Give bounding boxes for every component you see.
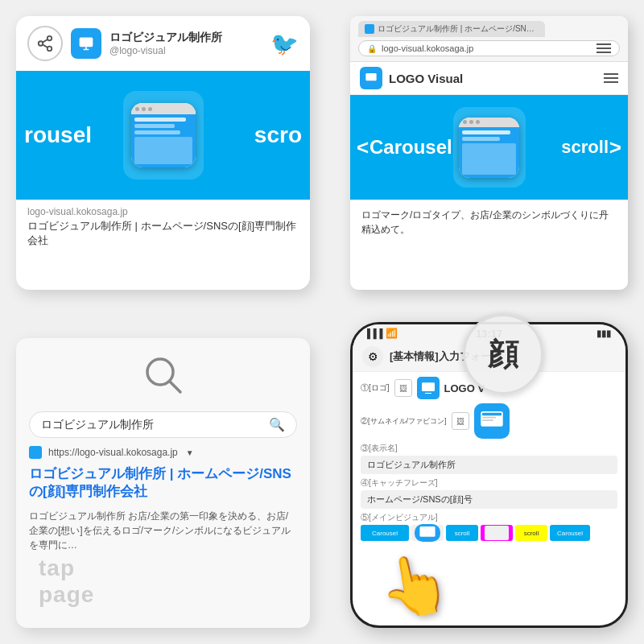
nav-hamburger[interactable]: [604, 73, 618, 83]
mini-banner-3: scroll: [446, 525, 478, 541]
svg-point-0: [47, 36, 52, 41]
result-favicon: [29, 446, 42, 459]
account-name: ロゴビジュアル制作所: [109, 31, 262, 45]
banner-area: rousel scro: [16, 71, 310, 200]
carousel-right-arrow[interactable]: >: [609, 135, 621, 160]
carousel-browser-icon: [459, 118, 519, 178]
form-row-catchphrase: ④[キャッチフレーズ] ホームページ/SNSの[顔]号: [361, 477, 617, 509]
hand-cursor-icon: 👆: [373, 546, 456, 625]
logo-icon-small: [71, 28, 101, 59]
favicon-icon-large: [474, 403, 510, 439]
field1-label: ①[ロゴ]: [361, 382, 390, 394]
logo-box-icon: [417, 377, 440, 399]
field5-label: ⑤[メインビジュアル]: [361, 512, 617, 523]
field4-input[interactable]: ホームページ/SNSの[顔]号: [361, 490, 617, 509]
result-url: https://logo-visual.kokosaga.jp: [48, 447, 178, 458]
result-url-row: https://logo-visual.kokosaga.jp ▼: [16, 438, 310, 462]
svg-rect-15: [482, 417, 496, 419]
twitter-icon: 🐦: [270, 31, 299, 57]
footer-title: ロゴビジュアル制作所 | ホームページ/SNSの[顔]専門制作会社: [27, 219, 299, 248]
mini-banner-4: [481, 525, 513, 541]
field4-label: ④[キャッチフレーズ]: [361, 477, 617, 489]
banner-logo-box: [123, 91, 204, 180]
nav-logo-icon: [360, 67, 382, 89]
browser-body: ロゴマーク/ロゴタイプ、お店/企業のシンボルづくりに丹精込めて。: [350, 200, 628, 245]
svg-rect-17: [419, 526, 435, 537]
result-title[interactable]: ロゴビジュアル制作所 | ホームページ/SNSの[顔]専門制作会社: [16, 462, 310, 504]
field2-label: ②[サムネイル/ファビコン]: [361, 416, 447, 427]
mini-banner-5: scroll: [515, 525, 547, 541]
carousel-left-arrow[interactable]: <: [357, 135, 369, 160]
search-top: [16, 338, 310, 411]
kanji-text: 顔: [488, 334, 518, 375]
mini-banner-2: [411, 525, 444, 541]
result-dropdown-icon: ▼: [186, 448, 194, 457]
browser-chrome: ロゴビジュアル制作所 | ホームページ/SNSの[顔]専門制作会社 🔒 logo…: [350, 16, 628, 62]
account-info: ロゴビジュアル制作所 @logo-visual: [109, 31, 262, 56]
twitter-share-card: ロゴビジュアル制作所 @logo-visual 🐦 rousel: [16, 16, 310, 290]
form-row-displayname: ③[表示名] ロゴビジュアル制作所: [361, 443, 617, 474]
account-handle: @logo-visual: [109, 45, 262, 56]
result-description: ロゴビジュアル制作所 お店/企業の第一印象を決める、お店/企業の[想い]を伝える…: [16, 504, 310, 557]
browser-body-text: ロゴマーク/ロゴタイプ、お店/企業のシンボルづくりに丹精込めて。: [361, 209, 609, 235]
hamburger-menu[interactable]: [597, 43, 611, 53]
kanji-circle-overlay: 顔: [463, 314, 543, 394]
search-submit-icon[interactable]: 🔍: [269, 417, 285, 432]
battery-icon: ▮▮▮: [597, 328, 611, 339]
browser-card: ロゴビジュアル制作所 | ホームページ/SNSの[顔]専門制作会社 🔒 logo…: [350, 16, 628, 290]
tab-icon: [365, 24, 374, 34]
mini-banner-6: Carousel: [550, 525, 590, 541]
svg-rect-14: [482, 413, 502, 415]
nav-title: LOGO Visual: [389, 72, 463, 85]
mini-banner-1: Carousel: [361, 525, 409, 541]
card-footer: logo-visual.kokosaga.jp ロゴビジュアル制作所 | ホーム…: [16, 200, 310, 254]
logo-img-placeholder: 🖼: [394, 379, 412, 397]
tap-page-label: tap page: [39, 555, 94, 609]
browser-carousel: < Carousel scroll >: [350, 95, 628, 200]
search-query: ロゴビジュアル制作所: [41, 418, 262, 432]
carousel-label-left: Carousel: [369, 136, 452, 159]
form-row-thumbnail: ②[サムネイル/ファビコン] 🖼: [361, 403, 617, 439]
svg-line-10: [170, 382, 180, 392]
thumbnail-placeholder: 🖼: [452, 412, 469, 430]
nav-bar: LOGO Visual: [350, 62, 628, 95]
carousel-label-right: scroll: [561, 137, 609, 158]
browser-tab[interactable]: ロゴビジュアル制作所 | ホームページ/SNSの[顔]専門制作会社: [358, 21, 545, 37]
banner-left-text: rousel: [24, 122, 92, 148]
lock-icon: 🔒: [367, 44, 377, 53]
svg-point-1: [39, 41, 43, 46]
signal-icon: ▌▌▌: [367, 328, 386, 338]
footer-url: logo-visual.kokosaga.jp: [27, 206, 299, 217]
mini-banners: Carousel scroll scroll Carousel: [361, 525, 617, 541]
search-card: ロゴビジュアル制作所 🔍 https://logo-visual.kokosag…: [16, 338, 310, 628]
svg-point-2: [47, 47, 52, 51]
address-bar[interactable]: 🔒 logo-visual.kokosaga.jp: [358, 40, 620, 56]
field3-input[interactable]: ロゴビジュアル制作所: [361, 456, 617, 474]
field3-label: ③[表示名]: [361, 443, 617, 454]
wifi-icon: 📶: [386, 328, 398, 339]
svg-line-4: [43, 39, 47, 43]
share-icon[interactable]: [27, 26, 63, 61]
address-url: logo-visual.kokosaga.jp: [382, 43, 473, 53]
svg-rect-5: [80, 38, 93, 47]
search-bar[interactable]: ロゴビジュアル制作所 🔍: [29, 411, 297, 438]
gear-icon: ⚙: [362, 346, 383, 367]
banner-right-text: scro: [254, 122, 302, 148]
svg-line-3: [43, 44, 47, 47]
tab-title: ロゴビジュアル制作所 | ホームページ/SNSの[顔]専門制作会社: [378, 23, 539, 35]
carousel-logo-box: [453, 107, 526, 188]
svg-rect-11: [422, 382, 435, 391]
mini-icon: [415, 524, 440, 542]
search-magnifier-icon: [142, 354, 184, 403]
svg-rect-16: [482, 419, 493, 421]
svg-rect-8: [365, 73, 376, 80]
form-row-mainvisual: ⑤[メインビジュアル] Carousel scroll scroll Carou…: [361, 512, 617, 541]
browser-icon: [131, 103, 196, 167]
